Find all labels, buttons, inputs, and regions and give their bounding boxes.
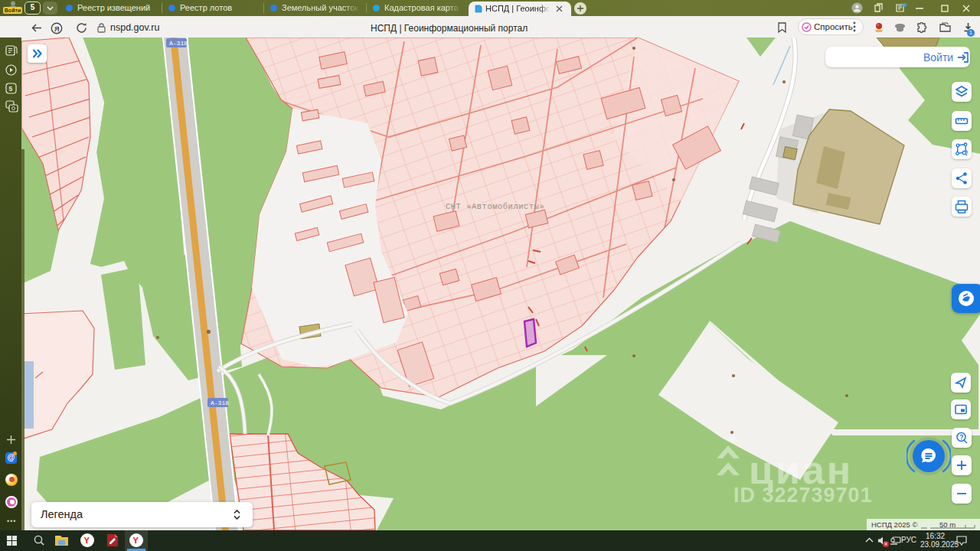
svg-text:НСПД 2025 ©: НСПД 2025 © [871,520,917,529]
svg-text:СНТ «Автомобилисты»: СНТ «Автомобилисты» [446,202,544,211]
svg-text:Я: Я [54,25,59,33]
svg-text:А-318: А-318 [211,399,229,406]
svg-text:ID 322739701: ID 322739701 [733,484,873,507]
svg-text:А-318: А-318 [169,40,188,47]
svg-text:5: 5 [9,85,13,93]
svg-text:50 m: 50 m [939,520,956,529]
